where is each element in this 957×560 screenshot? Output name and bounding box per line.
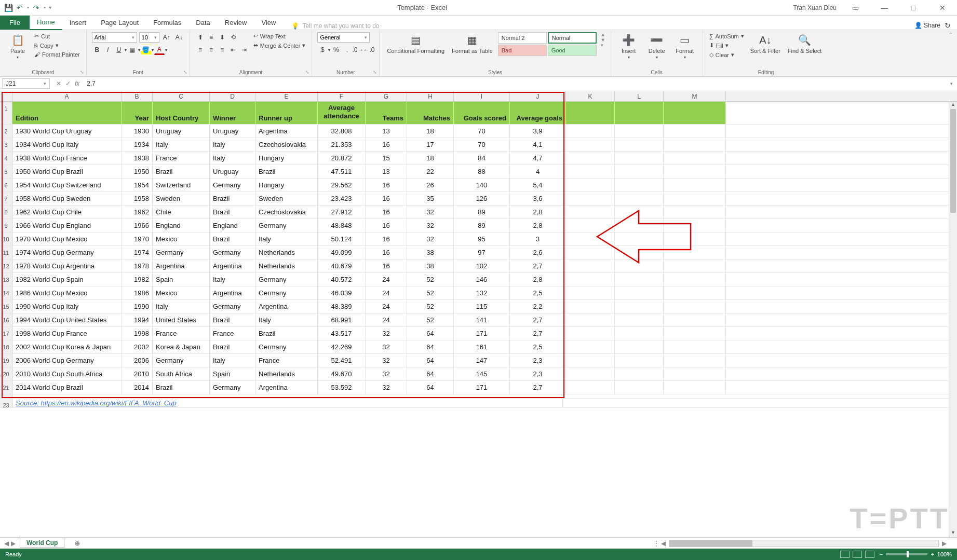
sigma-icon: ∑ xyxy=(709,33,713,39)
insert-cells-button[interactable]: ➕Insert▾ xyxy=(616,32,641,61)
sort-filter-button[interactable]: A↓Sort & Filter xyxy=(748,32,783,55)
style-up-icon[interactable]: ▲ xyxy=(601,32,605,37)
increase-font-icon[interactable]: A↑ xyxy=(161,32,172,43)
chevron-down-icon[interactable]: ▾ xyxy=(152,45,154,55)
align-top-icon[interactable]: ⬆ xyxy=(195,32,206,43)
orientation-icon[interactable]: ⟲ xyxy=(228,32,238,43)
fx-icon[interactable]: fx xyxy=(75,80,79,87)
maximize-icon[interactable]: □ xyxy=(903,2,924,14)
close-icon[interactable]: ✕ xyxy=(932,2,953,14)
chevron-down-icon[interactable]: ▾ xyxy=(328,45,330,55)
group-alignment: ⬆ ≡ ⬇ ⟲ ≡ ≡ ≡ ⇤ ⇥ ↩Wrap Text ⬌Merge & Ce… xyxy=(190,30,313,76)
decrease-font-icon[interactable]: A↓ xyxy=(174,32,184,43)
account-name[interactable]: Tran Xuan Dieu xyxy=(793,4,837,11)
paste-button[interactable]: 📋 Paste ▾ xyxy=(5,32,30,61)
merge-center-button[interactable]: ⬌Merge & Center ▾ xyxy=(252,42,307,49)
tab-insert[interactable]: Insert xyxy=(62,16,94,30)
dialog-launcher-icon[interactable]: ⤡ xyxy=(373,70,377,75)
dialog-launcher-icon[interactable]: ⤡ xyxy=(305,70,309,75)
dialog-launcher-icon[interactable]: ⤡ xyxy=(80,70,84,75)
wrap-icon: ↩ xyxy=(253,33,258,39)
currency-icon[interactable]: $ xyxy=(317,45,328,55)
copy-button[interactable]: ⎘Copy ▾ xyxy=(33,42,81,49)
style-down-icon[interactable]: ▼ xyxy=(601,37,605,43)
collapse-ribbon-icon[interactable]: ˆ xyxy=(945,30,957,76)
group-styles: ▤Conditional Formatting ▦Format as Table… xyxy=(380,30,611,76)
tell-me-placeholder: Tell me what you want to do xyxy=(302,22,379,30)
cell-style-normal[interactable]: Normal xyxy=(548,32,597,44)
formula-input[interactable]: 2,7 xyxy=(84,80,946,87)
dialog-launcher-icon[interactable]: ⤡ xyxy=(183,70,187,75)
sort-icon: A↓ xyxy=(759,33,771,47)
group-editing: ∑AutoSum ▾ ⬇Fill ▾ ◇Clear ▾ A↓Sort & Fil… xyxy=(703,30,829,76)
conditional-formatting-button[interactable]: ▤Conditional Formatting xyxy=(385,32,447,55)
save-icon[interactable]: 💾 xyxy=(4,4,12,12)
expand-formula-bar-icon[interactable]: ▾ xyxy=(946,81,957,86)
ribbon-display-options-icon[interactable]: ▭ xyxy=(845,2,866,14)
italic-button[interactable]: I xyxy=(103,45,113,55)
chevron-down-icon[interactable]: ▾ xyxy=(125,45,127,55)
underline-button[interactable]: U xyxy=(114,45,124,55)
font-size-dropdown[interactable]: ▾ xyxy=(139,32,159,43)
align-middle-icon[interactable]: ≡ xyxy=(206,32,217,43)
window-title: Template - Excel xyxy=(51,4,793,11)
tab-view[interactable]: View xyxy=(254,16,283,30)
decrease-indent-icon[interactable]: ⇤ xyxy=(228,45,238,55)
tab-home[interactable]: Home xyxy=(30,15,62,30)
chevron-down-icon: ▾ xyxy=(17,55,19,60)
cell-style-bad[interactable]: Bad xyxy=(498,45,547,56)
cell-style-normal2[interactable]: Normal 2 xyxy=(498,32,547,44)
find-select-button[interactable]: 🔍Find & Select xyxy=(786,32,824,55)
border-button[interactable]: ▦ xyxy=(127,45,138,55)
style-more-icon[interactable]: ▾ xyxy=(601,43,605,48)
tab-review[interactable]: Review xyxy=(218,16,254,30)
font-size-input[interactable] xyxy=(140,34,152,40)
fill-color-button[interactable]: 🪣 xyxy=(141,45,151,55)
decrease-decimal-icon[interactable]: ←.0 xyxy=(363,45,374,55)
tell-me-search[interactable]: 💡 Tell me what you want to do xyxy=(283,22,914,30)
tab-file[interactable]: File xyxy=(0,16,30,30)
cell-style-good[interactable]: Good xyxy=(548,45,597,56)
redo-dropdown-icon[interactable]: ▾ xyxy=(44,5,46,10)
align-left-icon[interactable]: ≡ xyxy=(195,45,206,55)
format-as-table-button[interactable]: ▦Format as Table xyxy=(450,32,495,55)
bold-button[interactable]: B xyxy=(92,45,102,55)
enter-formula-icon[interactable]: ✓ xyxy=(65,80,71,87)
format-cells-button[interactable]: ▭Format▾ xyxy=(672,32,697,61)
undo-icon[interactable]: ↶ xyxy=(16,4,24,12)
redo-icon[interactable]: ↷ xyxy=(32,4,41,12)
increase-decimal-icon[interactable]: .0→ xyxy=(353,45,363,55)
fill-button[interactable]: ⬇Fill ▾ xyxy=(708,42,745,49)
tab-page-layout[interactable]: Page Layout xyxy=(93,16,146,30)
percent-icon[interactable]: % xyxy=(331,45,341,55)
increase-indent-icon[interactable]: ⇥ xyxy=(239,45,249,55)
tab-formulas[interactable]: Formulas xyxy=(146,16,188,30)
font-label: Font⤡ xyxy=(92,69,184,75)
history-icon[interactable]: ↻ xyxy=(945,21,951,30)
autosum-button[interactable]: ∑AutoSum ▾ xyxy=(708,32,745,40)
number-format-dropdown[interactable]: ▾ xyxy=(317,32,370,43)
font-name-input[interactable] xyxy=(92,34,130,40)
undo-dropdown-icon[interactable]: ▾ xyxy=(27,5,29,10)
comma-icon[interactable]: , xyxy=(342,45,352,55)
chevron-down-icon[interactable]: ▾ xyxy=(138,45,140,55)
minimize-icon[interactable]: — xyxy=(874,2,895,14)
number-format-input[interactable] xyxy=(318,34,362,40)
align-right-icon[interactable]: ≡ xyxy=(217,45,227,55)
font-color-button[interactable]: A xyxy=(154,45,165,55)
tab-data[interactable]: Data xyxy=(188,16,217,30)
align-bottom-icon[interactable]: ⬇ xyxy=(217,32,227,43)
cut-button[interactable]: ✂Cut xyxy=(33,32,81,40)
cancel-formula-icon[interactable]: ✕ xyxy=(56,80,61,87)
chevron-down-icon[interactable]: ▾ xyxy=(44,81,46,86)
align-center-icon[interactable]: ≡ xyxy=(206,45,217,55)
share-button[interactable]: 👤 Share xyxy=(914,22,940,29)
name-box[interactable]: J21▾ xyxy=(2,78,50,89)
quick-access-toolbar: 💾 ↶ ▾ ↷ ▾ ▾ xyxy=(4,4,51,12)
chevron-down-icon[interactable]: ▾ xyxy=(165,45,167,55)
delete-cells-button[interactable]: ➖Delete▾ xyxy=(644,32,669,61)
clear-button[interactable]: ◇Clear ▾ xyxy=(708,51,745,59)
wrap-text-button[interactable]: ↩Wrap Text xyxy=(252,32,307,40)
font-name-dropdown[interactable]: ▾ xyxy=(92,32,137,43)
format-painter-button[interactable]: 🖌Format Painter xyxy=(33,51,81,58)
